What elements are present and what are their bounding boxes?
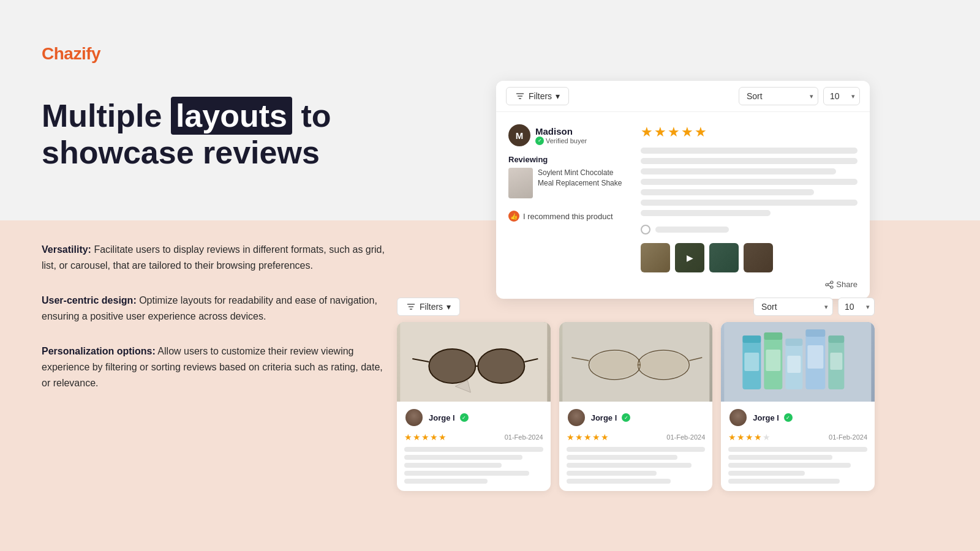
grid-skel-3-1: [728, 447, 867, 452]
verified-badge: ✓ Verified buyer: [535, 137, 587, 145]
svg-rect-39: [788, 356, 801, 373]
sort-select[interactable]: Sort Newest Oldest Highest rated: [739, 87, 818, 105]
review-left-column: M Madison ✓ Verified buyer Reviewing Soy…: [508, 124, 631, 289]
grid-card-1-avatar-img: [405, 409, 423, 426]
grid-cards-container: Jorge l ✓ ★ ★ ★ ★ ★ 01-Feb-2024: [397, 322, 875, 491]
svg-rect-37: [745, 353, 760, 371]
svg-rect-38: [766, 350, 781, 371]
star-4: ★: [681, 124, 693, 140]
grid-star-1-5: ★: [439, 432, 447, 442]
skel-line-2: [641, 158, 858, 164]
count-select[interactable]: 10 20 50: [823, 87, 860, 105]
hero-title: Multiple layouts to showcase reviews: [42, 98, 397, 171]
star-5: ★: [695, 124, 707, 140]
feature-personalization: Personalization options: Allow users to …: [42, 343, 391, 391]
svg-rect-34: [806, 329, 826, 337]
recommend-row: 👍 I recommend this product: [508, 211, 631, 222]
skel-line-3: [641, 168, 836, 174]
grid-star-1-1: ★: [404, 432, 412, 442]
grid-skel-2-4: [567, 471, 657, 476]
logo: Chazify: [42, 44, 100, 64]
grid-skel-2-3: [567, 463, 692, 468]
logo-text: Chaz: [42, 44, 81, 63]
grid-star-1-4: ★: [430, 432, 438, 442]
grid-card-2-avatar-img: [568, 409, 585, 426]
media-thumb-1[interactable]: [641, 243, 670, 272]
verified-text: Verified buyer: [546, 137, 587, 144]
grid-star-2-5: ★: [601, 432, 609, 442]
sort-wrapper: Sort Newest Oldest Highest rated: [739, 87, 818, 105]
list-layout-widget: Filters ▾ Sort Newest Oldest Highest rat…: [496, 81, 870, 299]
grid-card-1-avatar: [404, 408, 424, 427]
grid-card-2-stars: ★ ★ ★ ★ ★: [567, 432, 609, 442]
grid-sort-select[interactable]: Sort Newest Oldest Highest rated: [753, 298, 833, 316]
grid-filters-button[interactable]: Filters ▾: [397, 298, 460, 316]
grid-layout-widget: Filters ▾ Sort Newest Oldest Highest rat…: [397, 293, 875, 491]
grid-card-1-reviewer-row: Jorge l ✓: [404, 408, 543, 427]
feature-versatility: Versatility: Facilitate users to display…: [42, 242, 391, 273]
skel-line-6: [641, 200, 858, 206]
radio-circle: [641, 225, 650, 234]
skel-line-1: [641, 148, 858, 154]
svg-point-4: [826, 283, 828, 286]
hero-title-highlight: layouts: [171, 97, 292, 135]
reviewer-avatar: M: [508, 124, 530, 146]
grid-star-1-3: ★: [421, 432, 429, 442]
feature-versatility-text: Facilitate users to display reviews in d…: [42, 244, 385, 271]
grid-card-1: Jorge l ✓ ★ ★ ★ ★ ★ 01-Feb-2024: [397, 322, 551, 491]
grid-star-3-5: ★: [763, 432, 771, 442]
filters-button[interactable]: Filters ▾: [506, 87, 569, 105]
grid-card-2-date: 01-Feb-2024: [666, 433, 705, 441]
media-thumb-2-video[interactable]: [675, 243, 704, 272]
feature-personalization-label: Personalization options:: [42, 346, 156, 356]
grid-star-2-1: ★: [567, 432, 575, 442]
hero-title-line2: showcase reviews: [42, 135, 320, 170]
grid-card-1-verified-icon: ✓: [460, 413, 469, 422]
count-wrapper: 10 20 50: [823, 87, 860, 105]
grid-skel-3-2: [728, 455, 832, 460]
grid-skel-3-4: [728, 471, 805, 476]
svg-point-21: [590, 351, 639, 378]
share-row: Share: [641, 280, 858, 289]
media-thumb-4[interactable]: [744, 243, 773, 272]
share-text[interactable]: Share: [836, 280, 858, 289]
sunglasses-1-svg: [397, 322, 551, 402]
svg-rect-36: [829, 335, 845, 343]
features-section: Versatility: Facilitate users to display…: [42, 242, 391, 410]
star-rating: ★ ★ ★ ★ ★: [641, 124, 858, 140]
review-card: M Madison ✓ Verified buyer Reviewing Soy…: [496, 112, 870, 299]
reviewer-row: M Madison ✓ Verified buyer: [508, 124, 631, 146]
grid-card-3-meta: ★ ★ ★ ★ ★ 01-Feb-2024: [728, 432, 867, 442]
svg-point-13: [478, 349, 524, 383]
grid-card-2-avatar: [567, 408, 586, 427]
skel-line-5: [641, 189, 814, 195]
reviewing-label: Reviewing: [508, 155, 631, 164]
filters-chevron-icon: ▾: [556, 91, 560, 101]
grid-star-2-2: ★: [575, 432, 583, 442]
grid-card-2-skeleton: [567, 447, 706, 484]
grid-star-3-3: ★: [745, 432, 753, 442]
grid-card-3-verified-icon: ✓: [784, 413, 793, 422]
radio-row: [641, 225, 858, 234]
star-3: ★: [668, 124, 680, 140]
grid-skel-2-2: [567, 455, 677, 460]
grid-card-1-skeleton: [404, 447, 543, 484]
product-thumbnail: [508, 168, 533, 198]
grid-card-1-meta: ★ ★ ★ ★ ★ 01-Feb-2024: [404, 432, 543, 442]
grid-card-3-stars: ★ ★ ★ ★ ★: [728, 432, 771, 442]
grid-skel-2-1: [567, 447, 706, 452]
share-icon: [825, 280, 834, 289]
grid-card-3-image: [721, 322, 875, 402]
feature-versatility-label: Versatility:: [42, 244, 91, 255]
media-thumb-3[interactable]: [709, 243, 739, 272]
svg-line-6: [828, 283, 831, 284]
skel-line-4: [641, 179, 858, 185]
svg-rect-41: [831, 353, 843, 370]
hero-section: Multiple layouts to showcase reviews: [42, 98, 397, 171]
recommend-text: I recommend this product: [523, 212, 613, 221]
grid-filters-chevron-icon: ▾: [447, 302, 451, 312]
sunglasses-2-svg: [559, 322, 713, 402]
grid-star-2-3: ★: [584, 432, 592, 442]
reviewer-name: Madison: [535, 126, 587, 137]
grid-count-select[interactable]: 10 20 50: [838, 298, 875, 316]
